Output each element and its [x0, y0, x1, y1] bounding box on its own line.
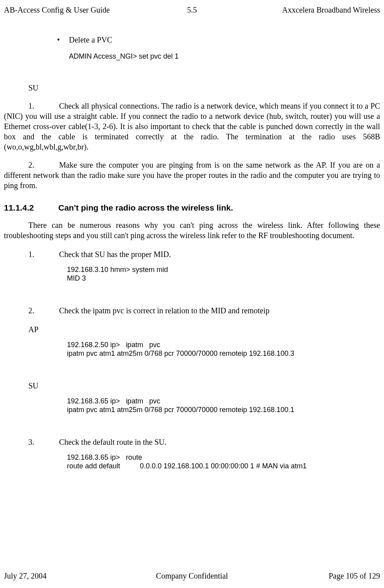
- footer-page: Page 105 of 129: [255, 571, 380, 581]
- step3-text: Check the default route in the SU.: [59, 438, 167, 446]
- footer-confidential: Company Confidential: [129, 571, 254, 581]
- section-heading: 11.1.4.2Can't ping the radio across the …: [4, 202, 380, 213]
- header-right: Axxcelera Broadband Wireless: [255, 5, 380, 15]
- ap-heading: AP: [28, 324, 380, 335]
- page-content: •Delete a PVC ADMIN Access_NGI> set pvc …: [0, 15, 384, 471]
- para-same-network: 2.Make sure the computer you are pinging…: [4, 160, 380, 190]
- step-3: 3.Check the default route in the SU.: [28, 437, 380, 447]
- bullet-icon: •: [57, 35, 69, 45]
- step2-text: Check the ipatm pvc is correct in relati…: [59, 306, 269, 315]
- heading-text: Can't ping the radio across the wireless…: [58, 203, 233, 212]
- para2-text: Make sure the computer you are pinging f…: [4, 161, 380, 190]
- code-ap: 192.168.2.50 ip> ipatm pvc ipatm pvc atm…: [67, 340, 380, 358]
- step1-num: 1.: [28, 249, 59, 259]
- code-step3: 192.168.3.65 ip> route route add default…: [67, 453, 380, 471]
- step3-num: 3.: [28, 437, 59, 447]
- heading-number: 11.1.4.2: [4, 202, 58, 213]
- header-left: AB-Access Config & User Guide: [4, 5, 129, 15]
- step-2: 2.Check the ipatm pvc is correct in rela…: [28, 305, 380, 316]
- para-check-connections: 1.Check all physical connections. The ra…: [4, 101, 380, 152]
- code-delete-pvc: ADMIN Access_NGI> set pvc del 1: [69, 52, 380, 61]
- step1-text: Check that SU has the proper MID.: [59, 250, 171, 259]
- su-heading: SU: [28, 83, 380, 93]
- para-intro: There can be numerous reasons why you ca…: [4, 220, 380, 240]
- num-2: 2.: [28, 160, 59, 170]
- page-header: AB-Access Config & User Guide 5.5 Axxcel…: [0, 0, 384, 15]
- step2-num: 2.: [28, 305, 59, 316]
- code-step1: 192.168.3.10 hmm> system mid MID 3: [67, 265, 380, 283]
- su-heading-2: SU: [28, 381, 380, 391]
- para3-text: There can be numerous reasons why you ca…: [4, 221, 380, 240]
- para1-text: Check all physical connections. The radi…: [4, 102, 380, 151]
- step-1: 1.Check that SU has the proper MID.: [28, 249, 380, 259]
- page-footer: July 27, 2004 Company Confidential Page …: [0, 571, 384, 581]
- bullet-label: Delete a PVC: [69, 35, 112, 44]
- footer-date: July 27, 2004: [4, 571, 129, 581]
- header-version: 5.5: [129, 5, 254, 15]
- num-1: 1.: [28, 101, 59, 111]
- code-su: 192.168.3.65 ip> ipatm pvc ipatm pvc atm…: [67, 397, 380, 414]
- bullet-delete-pvc: •Delete a PVC: [57, 35, 380, 45]
